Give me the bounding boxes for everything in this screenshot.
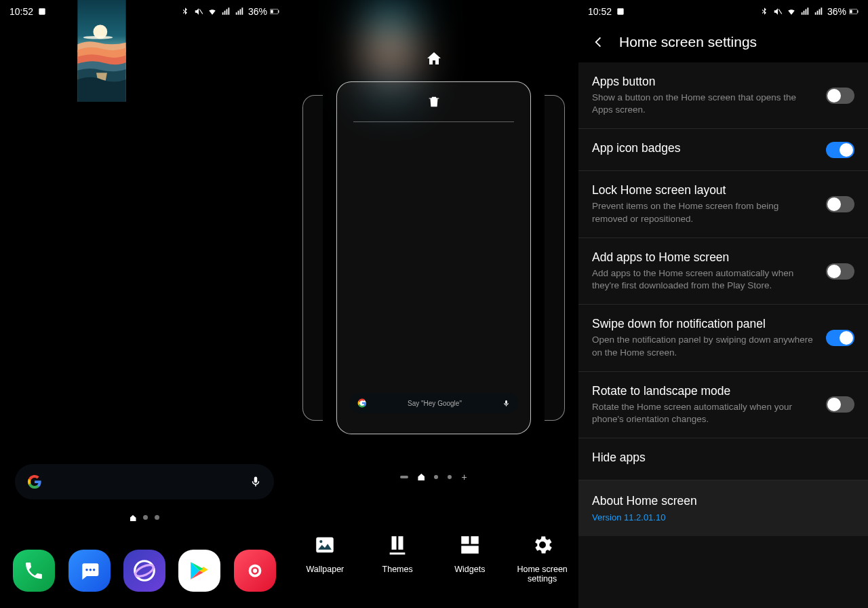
clock: 10:52 bbox=[9, 6, 33, 17]
phone-app[interactable] bbox=[13, 550, 55, 592]
battery-icon bbox=[270, 7, 279, 16]
pager-dot bbox=[434, 475, 438, 479]
toggle[interactable] bbox=[826, 196, 854, 212]
version-text: Version 11.2.01.10 bbox=[592, 512, 854, 522]
setting-icon-badges[interactable]: App icon badges bbox=[578, 129, 868, 171]
svg-rect-24 bbox=[857, 10, 858, 13]
home-icon[interactable] bbox=[426, 50, 442, 69]
battery-icon bbox=[849, 7, 859, 16]
wifi-icon bbox=[208, 7, 217, 16]
pager-segment bbox=[400, 476, 408, 478]
pager-dot bbox=[448, 475, 452, 479]
bluetooth-icon bbox=[760, 7, 769, 16]
prev-page-card[interactable] bbox=[302, 95, 323, 421]
status-bar: 10:52 36% bbox=[0, 0, 289, 23]
toggle[interactable] bbox=[826, 88, 854, 104]
toggle[interactable] bbox=[826, 396, 854, 413]
pager-home bbox=[418, 474, 425, 480]
svg-rect-18 bbox=[461, 536, 469, 544]
signal-icon bbox=[800, 7, 810, 16]
themes-button[interactable]: Themes bbox=[367, 531, 428, 584]
mute-icon bbox=[773, 7, 783, 16]
next-page-card[interactable] bbox=[545, 95, 565, 421]
svg-rect-21 bbox=[617, 8, 623, 14]
signal-icon-2 bbox=[814, 7, 823, 16]
setting-hide-apps[interactable]: Hide apps bbox=[578, 438, 868, 480]
back-icon[interactable] bbox=[591, 35, 606, 50]
google-logo-icon bbox=[357, 398, 367, 408]
settings-list: Apps buttonShow a button on the Home scr… bbox=[578, 62, 868, 608]
editor-action-row: Wallpaper Themes Widgets Home screen set… bbox=[289, 531, 578, 584]
signal-icon bbox=[221, 7, 231, 16]
setting-rotate[interactable]: Rotate to landscape modeRotate the Home … bbox=[578, 372, 868, 438]
dock bbox=[0, 550, 289, 592]
battery-percent: 36% bbox=[827, 6, 846, 17]
notification-icon bbox=[37, 7, 47, 16]
svg-point-17 bbox=[320, 540, 323, 543]
page-dot bbox=[155, 515, 159, 520]
bluetooth-icon bbox=[180, 7, 190, 16]
page-indicator bbox=[0, 515, 289, 521]
home-editor-screen: Say "Hey Google" + Wallpaper Themes Widg… bbox=[289, 0, 578, 608]
svg-point-8 bbox=[85, 569, 87, 571]
mic-icon bbox=[502, 400, 510, 407]
browser-app[interactable] bbox=[123, 550, 165, 592]
notification-icon bbox=[616, 7, 625, 16]
divider bbox=[353, 121, 514, 122]
battery-percent: 36% bbox=[248, 6, 267, 17]
svg-line-4 bbox=[199, 10, 203, 14]
mic-icon[interactable] bbox=[250, 476, 262, 488]
current-page-card[interactable]: Say "Hey Google" bbox=[336, 81, 531, 434]
svg-point-9 bbox=[89, 569, 91, 571]
pager-add[interactable]: + bbox=[461, 472, 467, 482]
setting-swipe-notif[interactable]: Swipe down for notification panelOpen th… bbox=[578, 305, 868, 371]
google-logo-icon bbox=[27, 474, 42, 489]
editor-page-indicator: + bbox=[289, 472, 578, 482]
setting-add-apps[interactable]: Add apps to Home screenAdd apps to the H… bbox=[578, 238, 868, 305]
toggle[interactable] bbox=[826, 330, 854, 346]
wallpaper-label: Wallpaper bbox=[306, 565, 344, 574]
page-dot bbox=[143, 515, 148, 520]
toggle[interactable] bbox=[826, 142, 854, 158]
google-search-bar[interactable] bbox=[15, 464, 274, 499]
signal-icon-2 bbox=[235, 7, 244, 16]
page-title: Home screen settings bbox=[619, 34, 757, 50]
delete-page-button[interactable] bbox=[427, 94, 441, 112]
svg-rect-7 bbox=[271, 10, 273, 14]
mini-search-widget[interactable]: Say "Hey Google" bbox=[349, 393, 518, 413]
camera-app[interactable] bbox=[234, 550, 276, 592]
mute-icon bbox=[194, 7, 203, 16]
svg-point-10 bbox=[93, 569, 95, 571]
svg-rect-19 bbox=[471, 536, 478, 544]
toggle[interactable] bbox=[826, 263, 854, 280]
mini-search-hint: Say "Hey Google" bbox=[408, 400, 462, 407]
themes-label: Themes bbox=[382, 565, 413, 574]
home-settings-label: Home screen settings bbox=[512, 565, 573, 584]
clock: 10:52 bbox=[588, 6, 612, 17]
widgets-label: Widgets bbox=[454, 565, 485, 574]
wallpaper-button[interactable]: Wallpaper bbox=[294, 531, 355, 584]
widgets-button[interactable]: Widgets bbox=[439, 531, 500, 584]
home-settings-button[interactable]: Home screen settings bbox=[512, 531, 573, 584]
home-screen: 10:52 36% bbox=[0, 0, 289, 608]
status-bar: 10:52 36% bbox=[578, 0, 868, 23]
setting-apps-button[interactable]: Apps buttonShow a button on the Home scr… bbox=[578, 62, 868, 129]
messages-app[interactable] bbox=[68, 550, 111, 592]
settings-screen: 10:52 36% Home screen settings Apps butt… bbox=[578, 0, 868, 608]
svg-rect-16 bbox=[317, 537, 334, 553]
about-home-screen[interactable]: About Home screen Version 11.2.01.10 bbox=[578, 480, 868, 536]
setting-lock-layout[interactable]: Lock Home screen layoutPrevent items on … bbox=[578, 171, 868, 238]
svg-rect-6 bbox=[278, 10, 279, 13]
page-dot-home bbox=[130, 515, 136, 521]
svg-rect-20 bbox=[461, 546, 479, 553]
svg-point-14 bbox=[253, 569, 257, 573]
wifi-icon bbox=[787, 7, 796, 16]
play-store-app[interactable] bbox=[178, 550, 220, 592]
svg-rect-25 bbox=[850, 10, 852, 14]
svg-rect-3 bbox=[39, 8, 45, 14]
svg-line-22 bbox=[778, 10, 782, 14]
